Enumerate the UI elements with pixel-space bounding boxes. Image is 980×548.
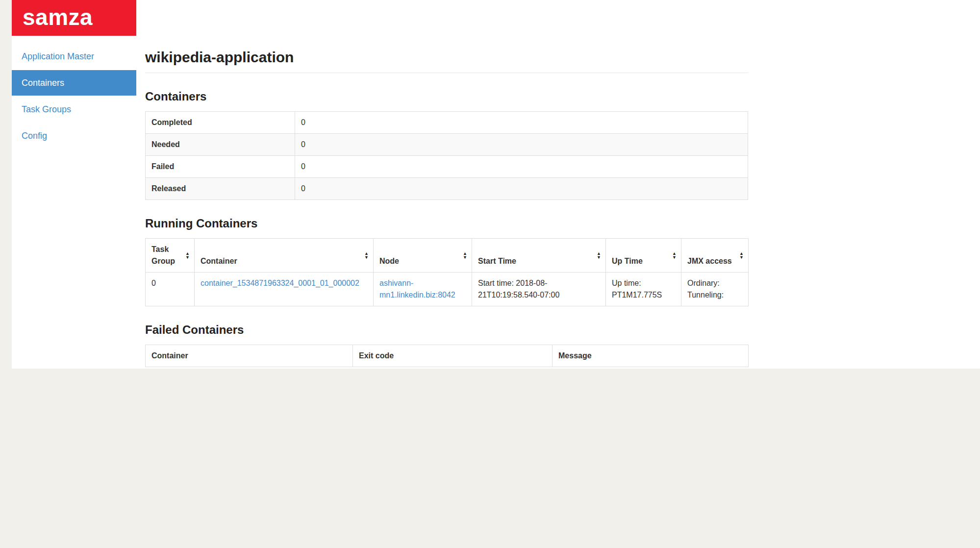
column-label: Node [379,257,399,265]
container-cell: container_1534871963324_0001_01_000002 [195,273,374,306]
sort-icon: ▲▼ [185,251,190,259]
main-content: wikipedia-application Containers Complet… [145,36,748,367]
failed-containers-heading: Failed Containers [145,323,748,337]
sidebar-item-config[interactable]: Config [12,123,136,149]
table-header-row: Task Group ▲▼ Container ▲▼ Node ▲▼ Sta [146,239,749,273]
table-row: 0 container_1534871963324_0001_01_000002… [146,273,749,306]
node-link[interactable]: ashivann-mn1.linkedin.biz:8042 [379,279,455,299]
sort-icon: ▲▼ [672,251,677,259]
stat-label: Needed [146,134,295,156]
column-label: Start Time [478,257,516,265]
table-row: Released 0 [146,178,748,200]
column-header-start-time[interactable]: Start Time ▲▼ [472,239,606,273]
main-layout: Application Master Containers Task Group… [12,36,980,367]
task-group-cell: 0 [146,273,195,306]
sidebar-item-application-master[interactable]: Application Master [12,44,136,69]
containers-heading: Containers [145,90,748,103]
top-header: samza [12,0,980,36]
table-row: Completed 0 [146,112,748,134]
column-header-node[interactable]: Node ▲▼ [374,239,472,273]
column-label: JMX access [687,257,732,265]
table-row: Failed 0 [146,156,748,178]
sidebar-item-task-groups[interactable]: Task Groups [12,97,136,122]
running-containers-table: Task Group ▲▼ Container ▲▼ Node ▲▼ Sta [145,238,749,306]
node-cell: ashivann-mn1.linkedin.biz:8042 [374,273,472,306]
jmx-tunneling-label: Tunneling: [687,289,742,301]
samza-logo[interactable]: samza [12,0,136,36]
sort-icon: ▲▼ [364,251,369,259]
app-page: samza Application Master Containers Task… [12,0,980,369]
column-header-task-group[interactable]: Task Group ▲▼ [146,239,195,273]
column-label: Task Group [151,245,175,265]
title-divider [145,73,748,73]
column-header-up-time[interactable]: Up Time ▲▼ [606,239,681,273]
column-header-message: Message [553,345,749,367]
containers-summary-table: Completed 0 Needed 0 Failed 0 Released 0 [145,111,748,200]
container-link[interactable]: container_1534871963324_0001_01_000002 [201,279,359,287]
stat-label: Released [146,178,295,200]
stat-label: Completed [146,112,295,134]
jmx-ordinary-label: Ordinary: [687,277,742,289]
column-header-exit-code: Exit code [353,345,553,367]
start-time-cell: Start time: 2018-08-21T10:19:58.540-07:0… [472,273,606,306]
stat-value: 0 [295,178,748,200]
sort-icon: ▲▼ [463,251,467,259]
sort-icon: ▲▼ [739,251,744,259]
jmx-access-cell: Ordinary: Tunneling: [681,273,749,306]
page-title: wikipedia-application [145,49,748,66]
column-label: Up Time [612,257,643,265]
failed-containers-table: Container Exit code Message [145,345,749,367]
table-header-row: Container Exit code Message [146,345,749,367]
footer [0,369,980,548]
sidebar: Application Master Containers Task Group… [12,36,136,149]
stat-value: 0 [295,134,748,156]
table-row: Needed 0 [146,134,748,156]
column-label: Container [201,257,237,265]
up-time-cell: Up time: PT1M17.775S [606,273,681,306]
column-header-jmx-access[interactable]: JMX access ▲▼ [681,239,749,273]
column-header-container[interactable]: Container ▲▼ [195,239,374,273]
sort-icon: ▲▼ [597,251,601,259]
column-header-failed-container: Container [146,345,353,367]
stat-value: 0 [295,112,748,134]
sidebar-item-containers[interactable]: Containers [12,70,136,96]
running-containers-heading: Running Containers [145,217,748,230]
stat-value: 0 [295,156,748,178]
stat-label: Failed [146,156,295,178]
